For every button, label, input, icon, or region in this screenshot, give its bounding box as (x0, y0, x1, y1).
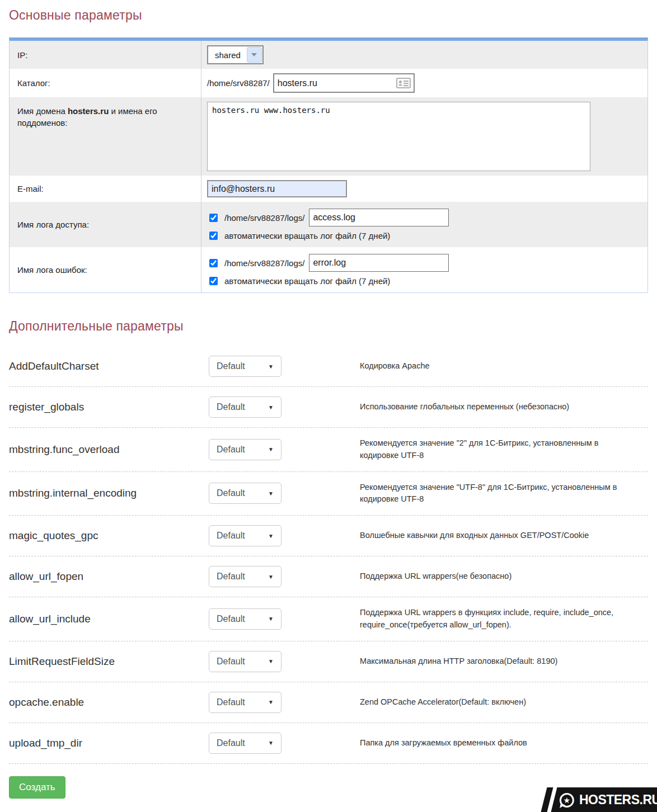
ip-select[interactable]: shared (207, 45, 264, 64)
param-row: upload_tmp_dir Default ▼ Папка для загру… (9, 723, 648, 764)
param-description: Поддержка URL wrappers в функциях includ… (360, 607, 628, 631)
param-select-value: Default (217, 738, 245, 748)
param-select[interactable]: Default ▼ (209, 356, 281, 377)
param-select[interactable]: Default ▼ (209, 483, 281, 504)
chevron-down-icon: ▼ (268, 490, 274, 497)
param-row: register_globals Default ▼ Использование… (9, 387, 648, 428)
param-select[interactable]: Default ▼ (209, 525, 281, 546)
access-log-enable-checkbox[interactable] (209, 214, 218, 222)
additional-section-title: Дополнительные параметры (9, 319, 648, 334)
chevron-down-icon: ▼ (268, 658, 274, 664)
catalog-path-prefix: /home/srv88287/ (207, 78, 270, 88)
access-log-path-prefix: /home/srv88287/logs/ (224, 213, 304, 223)
param-description: Волшебные кавычки для входных данных GET… (360, 530, 589, 542)
row-access-log: Имя лога доступа: /home/srv88287/logs/ а… (10, 202, 647, 247)
error-log-enable-checkbox[interactable] (209, 259, 218, 267)
param-name: mbstring.func_overload (9, 443, 209, 456)
param-select-value: Default (217, 697, 245, 707)
basic-section-title: Основные параметры (9, 8, 648, 23)
param-select[interactable]: Default ▼ (209, 608, 281, 630)
catalog-input-box (273, 73, 415, 93)
param-description: Рекомендуется значение "2" для 1С-Битрик… (360, 437, 628, 462)
row-email: E-mail: (10, 176, 647, 202)
access-log-rotate-label: автоматически вращать лог файл (7 дней) (224, 231, 390, 240)
email-field[interactable] (207, 180, 347, 197)
additional-params-list: AddDefaultCharset Default ▼ Кодировка Ap… (9, 346, 648, 764)
param-name: mbstring.internal_encoding (9, 487, 209, 499)
star-bubble-icon: ★ (560, 792, 574, 807)
create-button[interactable]: Создать (9, 776, 65, 799)
contact-card-icon[interactable] (396, 78, 411, 88)
param-select-value: Default (217, 657, 245, 667)
param-name: LimitRequestFieldSize (9, 655, 209, 668)
param-row: mbstring.internal_encoding Default ▼ Рек… (9, 472, 648, 516)
param-name: upload_tmp_dir (9, 737, 209, 749)
error-log-label: Имя лога ошибок: (10, 247, 201, 292)
param-select-value: Default (217, 572, 245, 582)
param-description: Кодировка Apache (360, 360, 430, 372)
row-catalog: Каталог: /home/srv88287/ (10, 69, 647, 97)
param-description: Использование глобальных переменных (неб… (360, 401, 569, 413)
param-row: AddDefaultCharset Default ▼ Кодировка Ap… (9, 346, 648, 387)
param-row: allow_url_fopen Default ▼ Поддержка URL … (9, 556, 648, 597)
param-select[interactable]: Default ▼ (209, 692, 281, 713)
error-log-path-prefix: /home/srv88287/logs/ (224, 258, 304, 268)
param-select[interactable]: Default ▼ (209, 439, 281, 460)
param-row: mbstring.func_overload Default ▼ Рекомен… (9, 428, 648, 472)
brand-slash-divider (546, 785, 558, 812)
param-row: opcache.enable Default ▼ Zend OPCache Ac… (9, 682, 648, 723)
ip-label: IP: (10, 41, 201, 69)
chevron-down-icon: ▼ (268, 446, 274, 452)
chevron-down-icon: ▼ (268, 404, 274, 410)
param-select-value: Default (217, 614, 245, 624)
error-log-rotate-label: автоматически вращать лог файл (7 дней) (224, 276, 390, 286)
param-select-value: Default (217, 361, 245, 371)
param-select-value: Default (217, 531, 245, 541)
param-name: opcache.enable (9, 696, 209, 709)
param-name: magic_quotes_gpc (9, 530, 209, 542)
param-row: LimitRequestFieldSize Default ▼ Максимал… (9, 641, 648, 682)
chevron-down-icon: ▼ (268, 699, 274, 705)
chevron-down-icon: ▼ (268, 616, 274, 622)
catalog-input[interactable] (274, 78, 396, 88)
ip-select-value: shared (208, 50, 246, 60)
param-row: magic_quotes_gpc Default ▼ Волшебные кав… (9, 516, 648, 556)
access-log-filename-input[interactable] (309, 209, 449, 226)
param-description: Папка для загружаемых временных файлов (360, 737, 527, 749)
brand-logo-text: HOSTERS.RU (579, 792, 657, 808)
param-name: allow_url_include (9, 613, 209, 625)
param-select[interactable]: Default ▼ (209, 566, 281, 587)
param-description: Максимальная длина HTTP заголовка(Defaul… (360, 655, 557, 668)
domains-textarea[interactable]: hosters.ru www.hosters.ru (207, 102, 590, 171)
basic-params-table: IP: shared Каталог: /home/srv88287/ (9, 37, 648, 293)
param-description: Поддержка URL wrappers(не безопасно) (360, 570, 511, 583)
error-log-rotate-checkbox[interactable] (209, 277, 218, 285)
param-select[interactable]: Default ▼ (209, 651, 281, 672)
row-ip: IP: shared (10, 41, 647, 69)
param-name: AddDefaultCharset (9, 360, 209, 372)
brand-footer: ★ HOSTERS.RU (541, 787, 657, 812)
access-log-label: Имя лога доступа: (10, 202, 201, 247)
param-row: allow_url_include Default ▼ Поддержка UR… (9, 597, 648, 641)
chevron-down-icon: ▼ (268, 740, 274, 746)
chevron-down-icon: ▼ (268, 574, 274, 580)
row-domains: Имя домена hosters.ru и имена его поддом… (10, 97, 647, 176)
catalog-label: Каталог: (10, 69, 201, 97)
param-description: Рекомендуется значение "UTF-8" для 1С-Би… (360, 481, 628, 506)
param-name: allow_url_fopen (9, 570, 209, 583)
param-select[interactable]: Default ▼ (209, 733, 281, 754)
chevron-down-icon: ▼ (268, 533, 274, 539)
param-select[interactable]: Default ▼ (209, 396, 281, 418)
param-description: Zend OPCache Accelerator(Default: включе… (360, 696, 526, 709)
param-name: register_globals (9, 401, 209, 413)
chevron-down-icon: ▼ (268, 363, 274, 370)
domains-label: Имя домена hosters.ru и имена его поддом… (10, 97, 201, 176)
chevron-down-icon[interactable] (247, 47, 262, 63)
email-label: E-mail: (10, 176, 201, 202)
error-log-filename-input[interactable] (309, 254, 449, 272)
param-select-value: Default (217, 445, 245, 455)
access-log-rotate-checkbox[interactable] (209, 232, 218, 240)
row-error-log: Имя лога ошибок: /home/srv88287/logs/ ав… (10, 247, 647, 292)
param-select-value: Default (217, 488, 245, 498)
param-select-value: Default (217, 402, 245, 412)
